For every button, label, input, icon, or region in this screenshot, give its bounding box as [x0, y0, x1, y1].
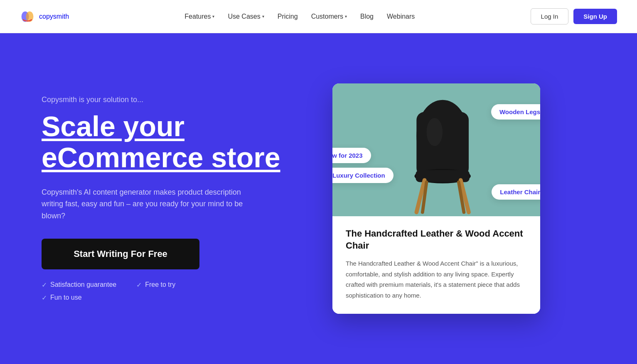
checks-row-1: ✓ Satisfaction guarantee ✓ Free to try	[42, 281, 299, 289]
hero-checks: ✓ Satisfaction guarantee ✓ Free to try ✓…	[42, 281, 299, 302]
chevron-down-icon: ▾	[345, 14, 347, 19]
nav-item-blog[interactable]: Blog	[360, 13, 374, 20]
logo[interactable]: copysmith	[20, 9, 69, 24]
product-desc-area: The Handcrafted Leather & Wood Accent Ch…	[332, 216, 540, 314]
signup-button[interactable]: Sign Up	[573, 9, 617, 24]
hero-left: Copysmith is your solution to... Scale y…	[42, 95, 299, 302]
brand-name: copysmith	[39, 13, 69, 20]
login-button[interactable]: Log In	[531, 8, 569, 24]
product-title: The Handcrafted Leather & Wood Accent Ch…	[346, 228, 527, 252]
nav-links: Features ▾ Use Cases ▾ Pricing Customers…	[184, 13, 415, 20]
tag-leather-chair: Leather Chair	[492, 184, 540, 200]
check-icon: ✓	[42, 294, 47, 302]
hero-section: Copysmith is your solution to... Scale y…	[0, 33, 637, 364]
hero-description: Copysmith's AI content generator makes p…	[42, 186, 249, 222]
hero-subtitle: Copysmith is your solution to...	[42, 95, 299, 104]
product-description: The Handcrafted Leather & Wood Accent Ch…	[346, 258, 527, 300]
check-fun: ✓ Fun to use	[42, 294, 82, 302]
check-icon: ✓	[136, 281, 142, 289]
navbar: copysmith Features ▾ Use Cases ▾ Pricing…	[0, 0, 637, 33]
chevron-down-icon: ▾	[212, 14, 214, 19]
tag-new-2023: New for 2023	[332, 148, 371, 163]
nav-actions: Log In Sign Up	[531, 8, 617, 24]
check-free: ✓ Free to try	[136, 281, 175, 289]
svg-point-10	[427, 118, 443, 146]
nav-item-pricing[interactable]: Pricing	[278, 13, 298, 20]
nav-item-webinars[interactable]: Webinars	[387, 13, 415, 20]
hero-title: Scale your eCommerce store	[42, 111, 299, 173]
product-card: Wooden Legs New for 2023 Luxury Collecti…	[332, 83, 540, 314]
tag-wooden-legs: Wooden Legs	[491, 104, 540, 120]
cta-button[interactable]: Start Writing For Free	[42, 239, 199, 269]
check-icon: ✓	[42, 281, 47, 289]
check-satisfaction: ✓ Satisfaction guarantee	[42, 281, 116, 289]
nav-item-use-cases[interactable]: Use Cases ▾	[228, 13, 264, 20]
hero-right: Wooden Legs New for 2023 Luxury Collecti…	[332, 83, 540, 314]
nav-item-customers[interactable]: Customers ▾	[311, 13, 347, 20]
nav-item-features[interactable]: Features ▾	[184, 13, 214, 20]
chevron-down-icon: ▾	[262, 14, 264, 19]
checks-row-2: ✓ Fun to use	[42, 294, 299, 302]
svg-rect-3	[416, 112, 469, 176]
tag-luxury-collection: Luxury Collection	[332, 168, 394, 183]
product-image-area: Wooden Legs New for 2023 Luxury Collecti…	[332, 83, 540, 216]
